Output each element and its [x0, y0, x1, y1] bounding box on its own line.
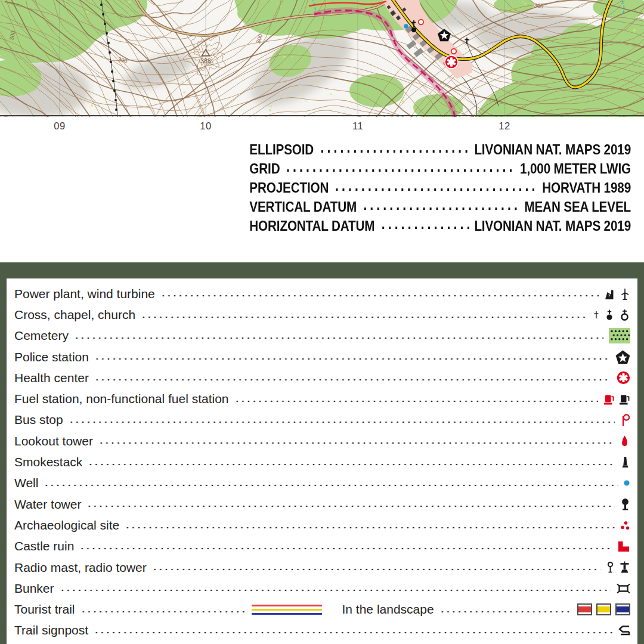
dot-leader	[141, 314, 587, 321]
legend-label: Archaeological site	[14, 518, 119, 532]
dot-leader	[362, 205, 519, 212]
fuel-station-nonfunctional-icon	[619, 392, 630, 405]
legend-label: Smokestack	[14, 455, 82, 469]
map-grid-labels: 09101112	[0, 117, 644, 138]
legend-row: Castle ruin	[14, 536, 630, 557]
dot-leader	[319, 148, 469, 155]
trail-signpost-icon	[618, 624, 630, 636]
power-plant-icon	[604, 287, 615, 301]
map-canvas: 388300300300300	[0, 0, 644, 117]
metadata-row: GRID1,000 METER LWIG	[249, 158, 631, 177]
radio-tower-icon	[619, 561, 630, 574]
metadata-value: 1,000 METER LWIG	[520, 160, 631, 177]
legend-row: Archaeological site	[14, 515, 630, 535]
metadata-label: GRID	[249, 160, 280, 177]
grid-label: 11	[352, 120, 363, 132]
dot-leader	[44, 482, 618, 489]
smokestack-icon	[620, 456, 630, 469]
legend-label: Bunker	[14, 581, 54, 596]
metadata-value: HORVATH 1989	[542, 179, 631, 196]
blaze-red-icon	[577, 603, 592, 615]
castle-ruin-icon	[617, 540, 630, 553]
legend-label: Well	[14, 476, 38, 490]
legend-row: Tourist trailIn the landscape	[14, 599, 630, 620]
legend-label: Water tower	[14, 497, 81, 512]
wind-turbine-icon	[620, 287, 630, 301]
legend-row: Power plant, wind turbine	[14, 283, 630, 304]
grid-label: 10	[200, 120, 211, 132]
metadata-row: HORIZONTAL DATUMLIVONIAN NAT. MAPS 2019	[249, 215, 631, 234]
dot-leader	[94, 355, 610, 363]
metadata-label: HORIZONTAL DATUM	[249, 218, 374, 234]
contour-elevation-label: 300	[534, 2, 544, 10]
legend-row: Radio mast, radio tower	[14, 557, 630, 578]
legend-label: Castle ruin	[14, 539, 74, 553]
metadata-row: VERTICAL DATUMMEAN SEA LEVEL	[249, 196, 631, 215]
legend-panel: Power plant, wind turbineCross, chapel, …	[7, 278, 637, 644]
radio-mast-icon	[606, 561, 615, 574]
archaeological-site-icon	[620, 521, 630, 530]
metadata-label: VERTICAL DATUM	[249, 199, 357, 215]
dot-leader	[79, 545, 612, 552]
dot-leader	[88, 461, 615, 468]
metadata-value: LIVONIAN NAT. MAPS 2019	[474, 218, 631, 234]
legend-label: Health center	[14, 371, 89, 385]
legend-label: Police station	[14, 350, 89, 364]
dot-leader	[234, 398, 598, 405]
legend-mid-label: In the landscape	[342, 602, 434, 617]
legend-row: Smokestack	[14, 451, 630, 472]
legend-row: Police station	[14, 346, 630, 367]
legend-row: Cemetery	[14, 326, 630, 346]
legend-row: Fuel station, non-functional fuel statio…	[14, 388, 630, 409]
legend-row: Water tower	[14, 494, 630, 515]
dot-leader	[94, 629, 613, 636]
dot-leader	[86, 503, 615, 510]
map-metadata-block: ELLIPSOIDLIVONIAN NAT. MAPS 2019GRID1,00…	[249, 139, 631, 234]
legend-label: Fuel station, non-functional fuel statio…	[14, 392, 229, 406]
bunker-icon	[617, 583, 630, 595]
legend-label: Bus stop	[14, 413, 63, 427]
chapel-icon	[604, 308, 615, 321]
dot-leader	[380, 224, 469, 231]
metadata-row: PROJECTIONHORVATH 1989	[249, 177, 631, 196]
dot-leader	[285, 167, 515, 174]
metadata-label: PROJECTION	[249, 179, 329, 196]
legend-row: Health center	[14, 367, 630, 388]
legend-label: Tourist trail	[14, 602, 75, 617]
tourist-trail-lines-icon	[252, 605, 322, 615]
blaze-yellow-icon	[596, 603, 611, 615]
legend-label: Lookout tower	[14, 434, 93, 448]
dot-leader	[152, 566, 600, 573]
dot-leader	[69, 419, 615, 426]
lookout-tower-icon	[619, 435, 630, 448]
health-center-icon	[617, 371, 630, 385]
dot-leader	[125, 524, 615, 531]
metadata-row: ELLIPSOIDLIVONIAN NAT. MAPS 2019	[249, 139, 631, 158]
map-legend-sheet: { "map": { "grid_labels": ["09", "10", "…	[0, 0, 644, 644]
bus-stop-icon	[620, 413, 630, 427]
legend-label: Trail signpost	[14, 623, 88, 637]
legend-label: Cross, chapel, church	[14, 308, 135, 322]
blaze-blue-icon	[615, 603, 630, 615]
legend-label: Power plant, wind turbine	[14, 287, 155, 301]
well-icon	[623, 479, 630, 487]
metadata-label: ELLIPSOID	[249, 141, 314, 158]
dot-leader	[80, 608, 246, 615]
topographic-map: 388300300300300	[0, 0, 644, 117]
legend-row: Bus stop	[14, 410, 630, 431]
legend-row: Cross, chapel, church	[14, 304, 630, 325]
dot-leader	[334, 186, 537, 193]
metadata-value: LIVONIAN NAT. MAPS 2019	[474, 141, 631, 158]
cemetery-icon	[609, 328, 630, 343]
legend-row: Bunker	[14, 578, 630, 599]
legend-row: Lookout tower	[14, 431, 630, 451]
dot-leader	[98, 439, 614, 447]
legend-label: Radio mast, radio tower	[14, 561, 147, 575]
dot-leader	[160, 292, 599, 299]
summit-elevation-label: 388	[200, 57, 211, 64]
legend-row: Trail signpost	[14, 620, 630, 641]
water-tower-icon	[620, 498, 630, 511]
grid-label: 09	[54, 120, 65, 132]
police-station-icon	[615, 350, 630, 364]
dot-leader	[60, 587, 611, 594]
